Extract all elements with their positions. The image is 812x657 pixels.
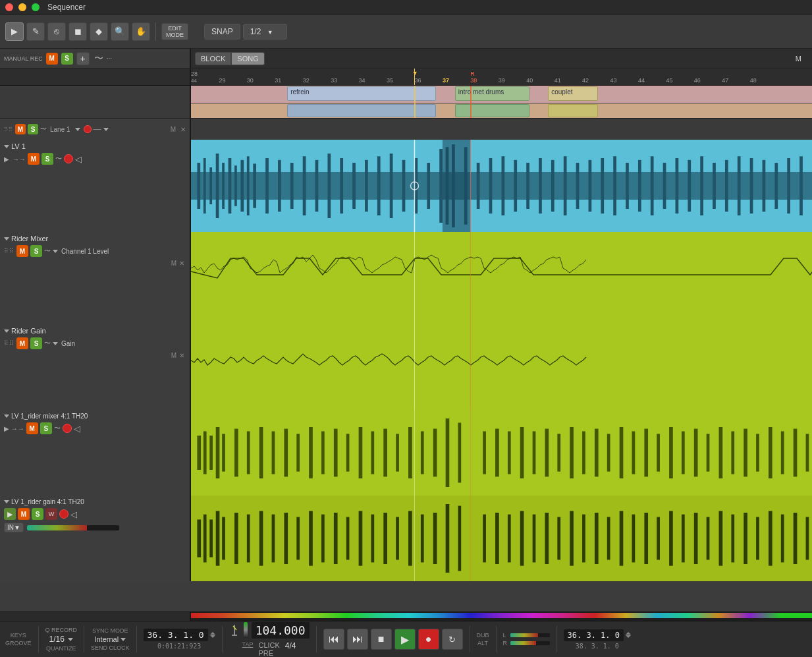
- lv1-rg-arrow-btn[interactable]: ▶: [4, 508, 16, 520]
- lane1-s-btn[interactable]: S: [28, 124, 38, 134]
- rider-mixer-track: Rider Mixer ⠿⠿ M S 〜 Channel 1 Level M ✕: [0, 232, 812, 324]
- lv1-rider-gain-waveform[interactable]: [191, 496, 812, 581]
- lv1-rg-in-btn[interactable]: IN▼: [4, 523, 24, 532]
- rewind-button[interactable]: ⏮: [323, 629, 344, 650]
- metronome-btn[interactable]: [229, 623, 240, 637]
- rider-mixer-s-btn[interactable]: S: [30, 245, 42, 257]
- s-button[interactable]: S: [61, 53, 73, 65]
- svg-rect-95: [570, 427, 574, 478]
- hscroll-track[interactable]: [191, 612, 812, 621]
- svg-rect-19: [352, 163, 356, 209]
- close-dot[interactable]: [5, 3, 13, 11]
- lv1-rider-gain-name: LV 1_rider gain 4:1 TH20: [11, 498, 84, 505]
- lane1-x-label[interactable]: ✕: [180, 126, 186, 133]
- snap-area: SNAP 1/2 ▼: [204, 24, 287, 40]
- lv1-rm-s-btn[interactable]: S: [40, 422, 52, 434]
- rider-mixer-arrow[interactable]: [4, 237, 9, 241]
- tap-label[interactable]: TAP: [242, 641, 254, 657]
- svg-rect-55: [787, 158, 790, 214]
- lv1-collapse-arrow[interactable]: [4, 145, 9, 148]
- svg-rect-68: [222, 434, 225, 471]
- svg-rect-65: [203, 432, 207, 474]
- lv1-waveform[interactable]: [191, 140, 812, 232]
- loop-button[interactable]: ↻: [442, 629, 463, 650]
- sync-mode-arrow[interactable]: [121, 638, 126, 641]
- rider-gain-s-btn[interactable]: S: [30, 337, 42, 349]
- left-header: MANUAL REC M S + 〜 ···: [0, 49, 191, 68]
- svg-rect-127: [296, 517, 300, 560]
- rpos-down[interactable]: [626, 635, 631, 638]
- lane1-minus[interactable]: —: [94, 125, 101, 134]
- transport-bar: KEYS GROOVE Q RECORD 1/16 QUANTIZE SYNC …: [0, 621, 812, 657]
- lv1-s-btn[interactable]: S: [41, 153, 53, 165]
- arr-sub-couplet[interactable]: [548, 104, 597, 117]
- mute-tool[interactable]: ◆: [90, 22, 108, 41]
- pos-up-arrow[interactable]: [210, 632, 215, 635]
- maximize-dot[interactable]: [32, 3, 40, 11]
- rider-gain-m-btn[interactable]: M: [16, 337, 28, 349]
- rider-gain-sub-arrow[interactable]: [53, 342, 58, 345]
- lv1-rg-m-btn[interactable]: M: [18, 508, 30, 520]
- minimize-dot[interactable]: [18, 3, 26, 11]
- lane1-drag-handle[interactable]: ⠿⠿: [4, 127, 13, 132]
- quantize-arrow[interactable]: [68, 638, 73, 641]
- lv1-rg-s-btn[interactable]: S: [32, 508, 43, 520]
- svg-rect-42: [626, 163, 629, 209]
- lane1-rec-btn[interactable]: [84, 125, 92, 133]
- hand-tool[interactable]: ✋: [132, 22, 150, 41]
- click-pre-btn[interactable]: CLICKPRE: [258, 641, 279, 657]
- rider-gain-track: Rider Gain ⠿⠿ M S 〜 Gain M ✕: [0, 324, 812, 410]
- lv1-rider-gain-arrow[interactable]: [4, 500, 9, 503]
- erase-tool[interactable]: ⎋: [47, 22, 66, 41]
- lv1-rm-m-btn[interactable]: M: [26, 422, 38, 434]
- dub-label: DUB: [477, 632, 489, 639]
- play-button[interactable]: ▶: [394, 629, 416, 650]
- edit-mode-button[interactable]: EDIT MODE: [161, 23, 188, 40]
- lv1-rider-mixer-track: LV 1_rider mixer 4:1 TH20 ▶ →→ M S 〜 ◁: [0, 410, 812, 496]
- arr-couplet[interactable]: couplet: [548, 86, 597, 101]
- svg-rect-18: [340, 158, 343, 214]
- rider-mixer-sub-arrow[interactable]: [53, 250, 58, 253]
- lv1-vol-icon: ◁: [75, 154, 82, 164]
- svg-rect-8: [234, 165, 237, 206]
- lv1-rec-btn[interactable]: [64, 154, 73, 163]
- rider-gain-mx: M ✕: [0, 351, 190, 360]
- zoom-tool[interactable]: 🔍: [111, 22, 129, 41]
- song-button[interactable]: SONG: [231, 52, 264, 65]
- stop-button[interactable]: ■: [371, 629, 392, 650]
- r-value-display: 38. 3. 1. 0: [576, 643, 619, 650]
- lv1-m-btn[interactable]: M: [28, 153, 40, 165]
- rider-gain-x-lbl[interactable]: ✕: [179, 352, 184, 359]
- rider-mixer-m-btn[interactable]: M: [16, 245, 28, 257]
- paint-tool[interactable]: ◼: [68, 22, 87, 41]
- block-button[interactable]: BLOCK: [195, 52, 231, 65]
- rider-gain-arrow[interactable]: [4, 329, 9, 333]
- snap-dropdown[interactable]: 1/2 ▼: [243, 24, 287, 40]
- arr-sub-intro[interactable]: [455, 104, 529, 117]
- pointer-tool[interactable]: ▶: [5, 22, 24, 41]
- fast-forward-button[interactable]: ⏭: [347, 629, 368, 650]
- svg-rect-75: [309, 427, 313, 478]
- right-header: BLOCK SONG M: [191, 49, 812, 68]
- lv1-rider-mixer-waveform[interactable]: [191, 410, 812, 496]
- lane1-down-arrow[interactable]: [103, 128, 109, 131]
- lv1-rm-rec[interactable]: [63, 424, 72, 433]
- pos-down-arrow[interactable]: [210, 635, 215, 638]
- add-button[interactable]: +: [76, 52, 90, 65]
- rider-mixer-waveform[interactable]: [191, 232, 812, 324]
- lane1-expand-arrow[interactable]: [75, 128, 80, 131]
- rider-gain-waveform[interactable]: [191, 324, 812, 410]
- lv1-rg-w-btn[interactable]: W: [45, 508, 57, 520]
- rpos-up[interactable]: [626, 632, 631, 635]
- lv1-rider-mixer-arrow[interactable]: [4, 414, 9, 418]
- lv1-rg-rec[interactable]: [59, 509, 68, 519]
- record-button[interactable]: ●: [418, 629, 439, 650]
- svg-rect-135: [396, 517, 399, 560]
- svg-rect-11: [253, 163, 256, 208]
- draw-tool[interactable]: ✎: [26, 22, 45, 41]
- lane1-m-btn[interactable]: M: [15, 124, 26, 134]
- meter-display: 4/4: [285, 641, 296, 657]
- m-button[interactable]: M: [46, 53, 58, 65]
- arr-intro[interactable]: intro met drums: [455, 86, 529, 101]
- rider-mixer-x-lbl[interactable]: ✕: [179, 260, 184, 267]
